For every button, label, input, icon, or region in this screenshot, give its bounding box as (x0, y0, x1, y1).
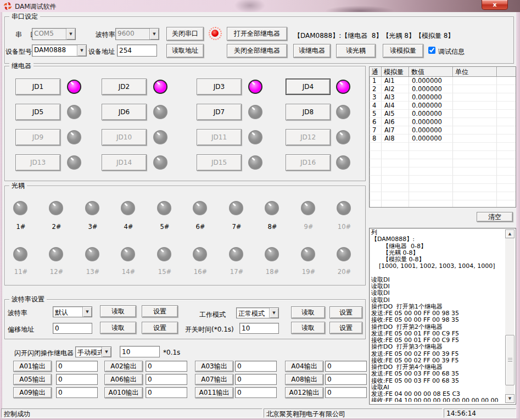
baudrate-select[interactable]: 默认 ▼ (53, 306, 92, 317)
analog-out-input-a010[interactable] (146, 387, 187, 398)
read-addr-button[interactable]: 读取地址 (166, 44, 204, 58)
analog-out-input-a012[interactable] (325, 387, 367, 398)
table-row[interactable]: 8AI80.000000 (370, 135, 516, 143)
cell (453, 85, 497, 93)
relay-button-jd14[interactable]: JD14 (102, 154, 147, 171)
analog-out-button-a07[interactable]: A07输出 (195, 374, 233, 385)
analog-out-input-a05[interactable] (56, 374, 98, 385)
cell: 0.000000 (409, 102, 453, 110)
col-header[interactable] (497, 67, 516, 77)
analog-out-input-a06[interactable] (146, 374, 187, 385)
analog-out-button-a03[interactable]: A03输出 (195, 361, 233, 372)
close-serial-button[interactable]: 关闭串口 (166, 27, 204, 41)
relay-led-jd9 (67, 130, 81, 144)
table-row[interactable]: 1AI10.000000 (370, 77, 516, 85)
flash-time-input[interactable] (120, 346, 160, 357)
workmode-set-button[interactable]: 设置 (329, 306, 362, 318)
switch-time-read-button[interactable]: 读取 (291, 322, 325, 334)
analog-out-input-a03[interactable] (235, 361, 277, 372)
analog-out-input-a04[interactable] (325, 361, 367, 372)
analog-out-button-a04[interactable]: A04输出 (285, 361, 323, 372)
table-row[interactable]: 7AI70.000000 (370, 126, 516, 135)
switch-time-input[interactable] (239, 323, 279, 334)
analog-out-input-a01[interactable] (56, 361, 98, 372)
relay-button-jd2[interactable]: JD2 (102, 79, 147, 95)
title-bar[interactable]: DAM调试软件 (0, 0, 520, 12)
analog-out-input-a09[interactable] (56, 387, 98, 398)
relay-button-jd12[interactable]: JD12 (286, 129, 331, 145)
col-header[interactable]: 模拟量 (382, 67, 409, 77)
table-row[interactable]: 2AI20.000000 (370, 85, 516, 93)
analog-out-input-a011[interactable] (235, 387, 277, 398)
relay-button-jd6[interactable]: JD6 (102, 104, 147, 120)
debug-info-checkbox[interactable] (428, 47, 435, 54)
relay-button-jd10[interactable]: JD10 (102, 129, 147, 145)
opto-led-19 (301, 247, 315, 261)
cell: 0.000000 (409, 135, 453, 143)
baud-read-button[interactable]: 读取 (100, 305, 136, 317)
analog-out-button-a09[interactable]: A09输出 (13, 387, 52, 398)
analog-out-button-a02[interactable]: A02输出 (104, 361, 143, 372)
open-all-relays-button[interactable]: 打开全部继电器 (227, 27, 287, 41)
model-select[interactable]: DAM0888 ▼ (32, 44, 87, 57)
log-scrollbar[interactable]: ▲ ▼ (505, 229, 515, 403)
table-row-empty (370, 151, 516, 159)
analog-out-button-a06[interactable]: A06输出 (104, 374, 143, 385)
serial-port-select[interactable]: COM5 ▼ (32, 28, 76, 40)
relay-led-jd8 (336, 105, 350, 119)
flash-mode-select[interactable]: 手动模式 ▼ (75, 346, 111, 357)
analog-out-button-a011[interactable]: A011输出 (195, 387, 233, 398)
device-addr-input[interactable] (117, 44, 157, 57)
scroll-up-icon[interactable]: ▲ (505, 229, 515, 238)
relay-button-jd1[interactable]: JD1 (15, 79, 60, 95)
close-all-relays-button[interactable]: 关闭全部继电器 (227, 44, 287, 58)
analog-out-button-a08[interactable]: A08输出 (285, 374, 323, 385)
relay-button-jd13[interactable]: JD13 (15, 154, 60, 171)
offset-read-button[interactable]: 读取 (100, 322, 136, 334)
baud-select[interactable]: 9600 ▼ (115, 28, 159, 40)
table-row[interactable]: 5AI50.000000 (370, 110, 516, 118)
baud-set-button[interactable]: 设置 (142, 305, 178, 317)
clear-log-button[interactable]: 清空 (477, 212, 513, 222)
analog-out-input-a07[interactable] (235, 374, 277, 385)
analog-out-button-a010[interactable]: A010输出 (104, 387, 143, 398)
offset-addr-input[interactable] (53, 323, 92, 334)
scroll-down-icon[interactable]: ▼ (505, 394, 515, 403)
table-row[interactable]: 4AI40.000000 (370, 102, 516, 110)
col-header[interactable]: 数值 (409, 67, 453, 77)
relay-button-jd11[interactable]: JD11 (197, 129, 242, 145)
analog-out-input-a02[interactable] (146, 361, 187, 372)
table-row[interactable]: 3AI30.000000 (370, 93, 516, 102)
offset-set-button[interactable]: 设置 (142, 322, 178, 334)
relay-button-jd5[interactable]: JD5 (15, 104, 60, 120)
switch-time-set-button[interactable]: 设置 (329, 322, 362, 334)
relay-led-jd2 (153, 80, 167, 94)
analog-out-button-a01[interactable]: A01输出 (13, 361, 52, 372)
relay-button-jd9[interactable]: JD9 (15, 129, 60, 145)
analog-out-button-a05[interactable]: A05输出 (13, 374, 52, 385)
relay-button-jd3[interactable]: JD3 (197, 79, 242, 95)
relay-button-jd8[interactable]: JD8 (286, 104, 331, 120)
table-row[interactable]: 6AI60.000000 (370, 118, 516, 126)
opto-label-19: 19# (295, 268, 322, 276)
col-header[interactable]: 通 (370, 67, 382, 77)
analog-out-input-a08[interactable] (325, 374, 367, 385)
read-analog-button[interactable]: 读模拟量 (383, 44, 423, 58)
read-opto-button[interactable]: 读光耦 (336, 44, 376, 58)
device-addr-label: 设备地址 (88, 47, 115, 57)
relay-button-jd4[interactable]: JD4 (286, 79, 331, 95)
workmode-select[interactable]: 正常模式 ▼ (236, 307, 279, 318)
relay-led-jd10 (153, 130, 167, 144)
relay-button-jd15[interactable]: JD15 (197, 154, 242, 171)
table-row-empty (370, 192, 516, 200)
analog-out-button-a012[interactable]: A012输出 (285, 387, 323, 398)
read-relay-button[interactable]: 读继电器 (293, 44, 331, 58)
table-row-empty (370, 167, 516, 176)
workmode-read-button[interactable]: 读取 (291, 306, 325, 318)
col-header[interactable]: 单位 (453, 67, 497, 77)
relay-button-jd7[interactable]: JD7 (197, 104, 242, 120)
scrollbar-thumb[interactable] (505, 335, 515, 385)
debug-log-box[interactable]: 列 【DAM0888】: 【继电器 0-8】 【光耦 0-8】 【模拟量 0-8… (369, 228, 516, 405)
close-button[interactable]: x (482, 0, 508, 10)
relay-button-jd16[interactable]: JD16 (286, 154, 331, 171)
